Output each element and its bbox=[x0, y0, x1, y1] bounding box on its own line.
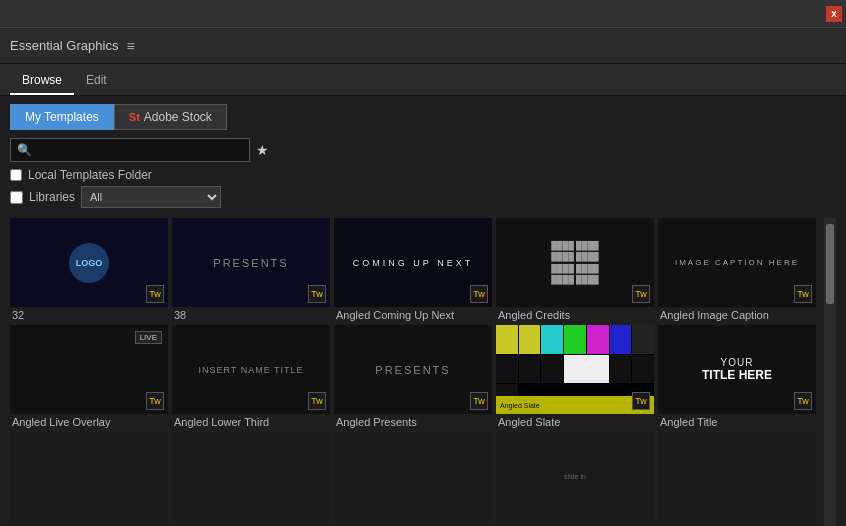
template-card-partial-5[interactable] bbox=[658, 432, 816, 521]
my-templates-button[interactable]: My Templates bbox=[10, 104, 114, 130]
template-card-38[interactable]: PRESENTS Tw 38 bbox=[172, 218, 330, 321]
local-templates-checkbox[interactable] bbox=[10, 169, 22, 181]
card-thumb-lower-third: INSERT NAME TITLE Tw bbox=[172, 325, 330, 414]
card-badge-title: Tw bbox=[794, 392, 812, 410]
card-thumb-image-caption: IMAGE CAPTION HERE Tw bbox=[658, 218, 816, 307]
panel-menu-icon[interactable]: ≡ bbox=[126, 38, 134, 54]
card-label-live-overlay: Angled Live Overlay bbox=[10, 416, 168, 428]
search-icon: 🔍 bbox=[17, 143, 32, 157]
tabs-bar: Browse Edit bbox=[0, 64, 846, 96]
template-card-partial-2[interactable] bbox=[172, 432, 330, 521]
card-thumb-presents: PRESENTS Tw bbox=[334, 325, 492, 414]
search-row: 🔍 ★ bbox=[10, 138, 836, 162]
template-grid-wrapper: LOGO Tw 32 PRESENTS Tw 38 bbox=[10, 218, 836, 526]
template-grid-container: LOGO Tw 32 PRESENTS Tw 38 bbox=[10, 218, 824, 526]
scrollbar-thumb[interactable] bbox=[826, 224, 834, 304]
tab-browse[interactable]: Browse bbox=[10, 67, 74, 95]
panel-body: My Templates St Adobe Stock 🔍 ★ Local Te… bbox=[0, 96, 846, 526]
card-label-slate: Angled Slate bbox=[496, 416, 654, 428]
card-thumb-partial-1 bbox=[10, 432, 168, 521]
card-thumb-partial-3 bbox=[334, 432, 492, 521]
search-input[interactable] bbox=[36, 143, 236, 157]
card-coming-text: COMING UP NEXT bbox=[353, 258, 473, 268]
template-card-partial-4[interactable]: slide in bbox=[496, 432, 654, 521]
scrollbar[interactable] bbox=[824, 218, 836, 526]
search-box: 🔍 bbox=[10, 138, 250, 162]
card-thumb-title: YOUR TITLE HERE Tw bbox=[658, 325, 816, 414]
card-badge-slate: Tw bbox=[632, 392, 650, 410]
adobe-stock-button[interactable]: St Adobe Stock bbox=[114, 104, 227, 130]
card-badge-38: Tw bbox=[308, 285, 326, 303]
card-label-coming: Angled Coming Up Next bbox=[334, 309, 492, 321]
template-card-slate[interactable]: Angled Slate Tw Angled Slate bbox=[496, 325, 654, 428]
card-thumb-38: PRESENTS Tw bbox=[172, 218, 330, 307]
template-card-title[interactable]: YOUR TITLE HERE Tw Angled Title bbox=[658, 325, 816, 428]
card-label-presents: Angled Presents bbox=[334, 416, 492, 428]
template-card-image-caption[interactable]: IMAGE CAPTION HERE Tw Angled Image Capti… bbox=[658, 218, 816, 321]
template-card-32[interactable]: LOGO Tw 32 bbox=[10, 218, 168, 321]
card-label-image-caption: Angled Image Caption bbox=[658, 309, 816, 321]
libraries-label: Libraries bbox=[29, 190, 75, 204]
libraries-checkbox[interactable] bbox=[10, 191, 23, 204]
card-thumb-32: LOGO Tw bbox=[10, 218, 168, 307]
card-thumb-partial-5 bbox=[658, 432, 816, 521]
card-label-38: 38 bbox=[172, 309, 330, 321]
top-bar: x bbox=[0, 0, 846, 28]
card-label-lower-third: Angled Lower Third bbox=[172, 416, 330, 428]
card-thumb-coming: COMING UP NEXT Tw bbox=[334, 218, 492, 307]
template-card-live-overlay[interactable]: LIVE Tw Angled Live Overlay bbox=[10, 325, 168, 428]
close-button[interactable]: x bbox=[826, 6, 842, 22]
local-templates-row: Local Templates Folder bbox=[10, 168, 836, 182]
card-thumb-partial-2 bbox=[172, 432, 330, 521]
libraries-select[interactable]: All bbox=[81, 186, 221, 208]
template-card-credits[interactable]: ████ ████ ████ ████ ████ ████ ████ ████ … bbox=[496, 218, 654, 321]
logo-circle: LOGO bbox=[69, 243, 109, 283]
card-38-text: PRESENTS bbox=[213, 257, 288, 269]
card-title-bold-text: TITLE HERE bbox=[702, 368, 772, 382]
card-badge-presents: Tw bbox=[470, 392, 488, 410]
card-badge-credits: Tw bbox=[632, 285, 650, 303]
card-thumb-partial-4: slide in bbox=[496, 432, 654, 521]
card-badge-lower-third: Tw bbox=[308, 392, 326, 410]
libraries-row: Libraries All bbox=[10, 186, 836, 208]
card-badge-coming: Tw bbox=[470, 285, 488, 303]
template-card-coming-up-next[interactable]: COMING UP NEXT Tw Angled Coming Up Next bbox=[334, 218, 492, 321]
panel-title: Essential Graphics bbox=[10, 38, 118, 53]
card-lower-third-text: INSERT NAME TITLE bbox=[198, 365, 303, 375]
live-badge: LIVE bbox=[135, 331, 162, 344]
template-card-presents[interactable]: PRESENTS Tw Angled Presents bbox=[334, 325, 492, 428]
template-grid: LOGO Tw 32 PRESENTS Tw 38 bbox=[10, 218, 824, 521]
template-card-partial-1[interactable] bbox=[10, 432, 168, 521]
card-thumb-credits: ████ ████ ████ ████ ████ ████ ████ ████ … bbox=[496, 218, 654, 307]
source-toggle-group: My Templates St Adobe Stock bbox=[10, 104, 836, 130]
card-thumb-live-overlay: LIVE Tw bbox=[10, 325, 168, 414]
card-presents-text: PRESENTS bbox=[375, 364, 450, 376]
card-image-caption-text: IMAGE CAPTION HERE bbox=[675, 258, 799, 267]
template-card-lower-third[interactable]: INSERT NAME TITLE Tw Angled Lower Third bbox=[172, 325, 330, 428]
st-icon: St bbox=[129, 111, 140, 123]
favorites-star-icon[interactable]: ★ bbox=[256, 142, 269, 158]
card-thumb-slate: Angled Slate Tw bbox=[496, 325, 654, 414]
template-card-partial-3[interactable] bbox=[334, 432, 492, 521]
card-badge-live-overlay: Tw bbox=[146, 392, 164, 410]
tab-edit[interactable]: Edit bbox=[74, 67, 119, 95]
card-credits-text: ████ ████ ████ ████ ████ ████ ████ ████ bbox=[551, 240, 599, 285]
card-label-credits: Angled Credits bbox=[496, 309, 654, 321]
panel-header: Essential Graphics ≡ bbox=[0, 28, 846, 64]
local-templates-label: Local Templates Folder bbox=[28, 168, 152, 182]
card-badge-32: Tw bbox=[146, 285, 164, 303]
card-title-small-text: YOUR bbox=[721, 357, 754, 368]
card-label-title: Angled Title bbox=[658, 416, 816, 428]
card-badge-image-caption: Tw bbox=[794, 285, 812, 303]
card-label-32: 32 bbox=[10, 309, 168, 321]
